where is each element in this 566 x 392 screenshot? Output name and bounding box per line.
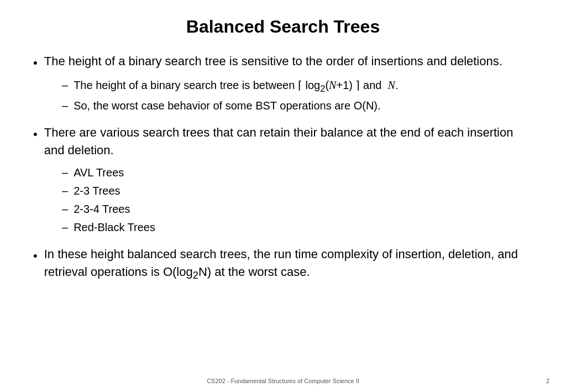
bullet-dot-2: • xyxy=(33,125,38,143)
bullet-section-3: • In these height balanced search trees,… xyxy=(33,245,533,289)
sub-bullet-2c: – 2-3-4 Trees xyxy=(62,201,533,217)
dash-2d: – xyxy=(62,219,68,236)
slide-title: Balanced Search Trees xyxy=(33,17,533,37)
sub-bullet-2d: – Red-Black Trees xyxy=(62,219,533,236)
main-bullet-1: • The height of a binary search tree is … xyxy=(33,53,533,72)
sub-text-2a: AVL Trees xyxy=(74,165,124,181)
bullet-section-2: • There are various search trees that ca… xyxy=(33,124,533,236)
dash-1b: – xyxy=(62,98,68,114)
sub-text-1a: The height of a binary search tree is be… xyxy=(74,77,398,96)
sub-bullet-1a: – The height of a binary search tree is … xyxy=(62,77,533,96)
sub-bullet-2a: – AVL Trees xyxy=(62,165,533,181)
sub-bullet-2b: – 2-3 Trees xyxy=(62,183,533,199)
sub-text-1b: So, the worst case behavior of some BST … xyxy=(74,98,380,114)
sub-text-2b: 2-3 Trees xyxy=(74,183,120,199)
bullet-text-2: There are various search trees that can … xyxy=(44,124,533,159)
page-number: 2 xyxy=(546,378,549,384)
footer-text: CS202 - Fundamental Structures of Comput… xyxy=(207,378,359,384)
bullet-text-1: The height of a binary search tree is se… xyxy=(44,53,502,70)
bullet-section-1: • The height of a binary search tree is … xyxy=(33,53,533,114)
dash-2a: – xyxy=(62,165,68,181)
bullet-dot-3: • xyxy=(33,247,38,265)
dash-2b: – xyxy=(62,183,68,199)
bullet-text-3: In these height balanced search trees, t… xyxy=(44,245,533,283)
sub-bullet-1b: – So, the worst case behavior of some BS… xyxy=(62,98,533,114)
slide: Balanced Search Trees • The height of a … xyxy=(0,0,566,392)
sub-text-2c: 2-3-4 Trees xyxy=(74,201,130,217)
dash-2c: – xyxy=(62,201,68,217)
sub-bullets-1: – The height of a binary search tree is … xyxy=(62,77,533,114)
main-bullet-2: • There are various search trees that ca… xyxy=(33,124,533,159)
slide-content: • The height of a binary search tree is … xyxy=(33,53,533,370)
sub-text-2d: Red-Black Trees xyxy=(74,219,155,236)
slide-footer: CS202 - Fundamental Structures of Comput… xyxy=(0,378,566,384)
sub-bullets-2: – AVL Trees – 2-3 Trees – 2-3-4 Trees – … xyxy=(62,165,533,236)
bullet-dot-1: • xyxy=(33,54,38,72)
dash-1a: – xyxy=(62,77,68,93)
main-bullet-3: • In these height balanced search trees,… xyxy=(33,245,533,283)
